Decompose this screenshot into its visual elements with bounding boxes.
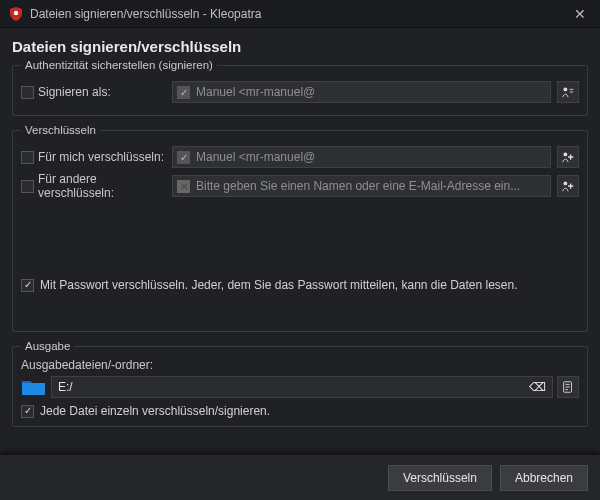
encrypt-for-me-label: Für mich verschlüsseln: [38, 150, 164, 164]
encrypt-button[interactable]: Verschlüsseln [388, 465, 492, 491]
sign-identity-value: Manuel <mr-manuel@ [196, 85, 315, 99]
encrypt-for-others-placeholder: Bitte geben Sie einen Namen oder eine E-… [196, 179, 520, 193]
clear-path-icon[interactable]: ⌫ [529, 380, 546, 394]
close-icon[interactable]: ✕ [568, 6, 592, 22]
sign-cert-details-button[interactable] [557, 81, 579, 103]
dialog-content: Dateien signieren/verschlüsseln Authenti… [0, 28, 600, 454]
encrypt-for-me-details-button[interactable] [557, 146, 579, 168]
sign-as-checkbox[interactable] [21, 86, 34, 99]
output-path-value: E:/ [58, 380, 73, 394]
sign-identity-select[interactable]: ✓ Manuel <mr-manuel@ [172, 81, 551, 103]
svg-point-1 [563, 87, 567, 91]
sign-as-label: Signieren als: [38, 85, 111, 99]
output-label: Ausgabedateien/-ordner: [21, 358, 579, 372]
output-legend: Ausgabe [21, 340, 74, 352]
svg-point-2 [563, 152, 567, 156]
encrypt-with-password-label: Mit Passwort verschlüsseln. Jeder, dem S… [40, 278, 518, 292]
sign-group: Authentizität sicherstellen (signieren) … [12, 59, 588, 116]
svg-point-0 [14, 10, 18, 14]
each-file-label: Jede Datei einzeln verschlüsseln/signier… [40, 404, 270, 418]
svg-point-3 [563, 181, 567, 185]
encrypt-legend: Verschlüsseln [21, 124, 100, 136]
titlebar: Dateien signieren/verschlüsseln - Kleopa… [0, 0, 600, 28]
browse-output-button[interactable] [557, 376, 579, 398]
encrypt-group: Verschlüsseln Für mich verschlüsseln: ✓ … [12, 124, 588, 332]
encrypt-for-me-identity: Manuel <mr-manuel@ [196, 150, 315, 164]
app-icon [8, 6, 24, 22]
output-group: Ausgabe Ausgabedateien/-ordner: E:/ ⌫ Je… [12, 340, 588, 427]
sign-legend: Authentizität sicherstellen (signieren) [21, 59, 217, 71]
output-path-input[interactable]: E:/ ⌫ [51, 376, 553, 398]
cancel-button[interactable]: Abbrechen [500, 465, 588, 491]
encrypt-for-others-add-button[interactable] [557, 175, 579, 197]
page-title: Dateien signieren/verschlüsseln [12, 38, 588, 55]
dialog-footer: Verschlüsseln Abbrechen [0, 454, 600, 500]
encrypt-for-others-label: Für andere verschlüsseln: [38, 172, 166, 200]
folder-icon [21, 377, 47, 397]
window-title: Dateien signieren/verschlüsseln - Kleopa… [30, 7, 261, 21]
encrypt-for-others-input[interactable]: ✕ Bitte geben Sie einen Namen oder eine … [172, 175, 551, 197]
encrypt-for-me-checkbox[interactable] [21, 151, 34, 164]
encrypt-with-password-checkbox[interactable] [21, 279, 34, 292]
encrypt-for-me-select[interactable]: ✓ Manuel <mr-manuel@ [172, 146, 551, 168]
each-file-checkbox[interactable] [21, 405, 34, 418]
encrypt-for-others-checkbox[interactable] [21, 180, 34, 193]
